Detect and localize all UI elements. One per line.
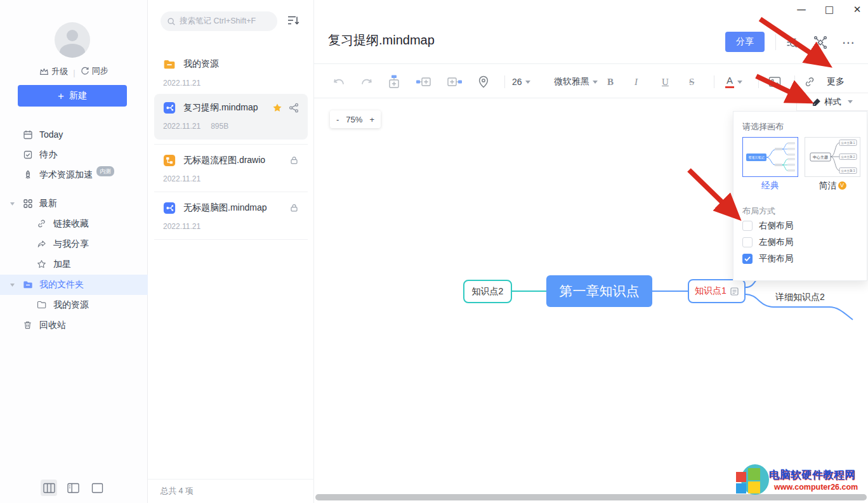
collapse-caret-icon[interactable] xyxy=(10,202,15,206)
file-row-untitled-mindmap[interactable]: 无标题脑图.mindmap 2022.11.21 xyxy=(154,194,308,240)
sidebar-item-my-resources[interactable]: 我的资源 xyxy=(0,295,148,315)
file-name: 我的资源 xyxy=(183,58,219,70)
checkbox-checked[interactable] xyxy=(742,254,753,264)
sidebar-item-label: 待办 xyxy=(39,149,57,160)
insert-node-right-button[interactable] xyxy=(445,73,463,91)
layout-option-left[interactable]: 左侧布局 xyxy=(742,237,793,248)
mindmap-node-detail2[interactable]: 详细知识点2 xyxy=(775,292,825,303)
sidebar-item-academic-boost[interactable]: 学术资源加速 内测 xyxy=(0,165,148,185)
locate-node-button[interactable] xyxy=(478,73,489,91)
sidebar-item-link-favorites[interactable]: 链接收藏 xyxy=(0,214,148,234)
style-button[interactable]: 样式 xyxy=(796,93,868,111)
canvas-option-classic-label[interactable]: 经典 xyxy=(742,180,798,192)
insert-image-button[interactable] xyxy=(768,73,781,91)
sort-icon[interactable] xyxy=(287,15,299,26)
sidebar-item-trash[interactable]: 回收站 xyxy=(0,315,148,336)
share-nodes-icon[interactable] xyxy=(289,103,299,113)
canvas-select-title: 请选择画布 xyxy=(742,121,784,133)
layout-option-balanced[interactable]: 平衡布局 xyxy=(742,253,793,265)
mindmap-view-icon[interactable] xyxy=(812,34,829,51)
sidebar-item-todo[interactable]: 待办 xyxy=(0,145,148,165)
find-in-document-icon[interactable] xyxy=(782,34,800,51)
checkbox-unchecked[interactable] xyxy=(742,221,753,231)
canvas-option-simple[interactable]: 中心主题 分支主题 1 分支主题 2 分支主题 3 xyxy=(805,137,860,177)
window-close-button[interactable]: ✕ xyxy=(844,0,868,19)
more-options-icon[interactable]: ⋯ xyxy=(839,34,857,51)
beta-badge: 内测 xyxy=(96,166,114,176)
star-icon xyxy=(37,259,47,270)
mindmap-node-label: 知识点1 xyxy=(695,285,727,297)
italic-button[interactable]: I xyxy=(635,73,638,91)
font-color-button[interactable]: A xyxy=(725,73,742,91)
checkbox-unchecked[interactable] xyxy=(742,237,753,247)
undo-button[interactable] xyxy=(332,73,346,91)
calendar-icon xyxy=(23,129,33,140)
share-arrow-icon xyxy=(37,239,47,249)
sidebar-item-label: 回收站 xyxy=(39,320,66,331)
folder-file-icon xyxy=(163,58,176,70)
file-count-footer: 总共 4 项 xyxy=(148,479,314,503)
mindmap-node-chapter1[interactable]: 第一章知识点 xyxy=(546,275,652,307)
sync-button[interactable]: 同步 xyxy=(81,65,109,77)
underline-button[interactable]: U xyxy=(662,73,669,91)
file-row-untitled-flowchart[interactable]: 无标题流程图.drawio 2022.11.21 xyxy=(154,147,308,192)
insert-child-node-button[interactable] xyxy=(387,73,401,91)
collapse-caret-icon[interactable] xyxy=(10,284,15,287)
list-divider xyxy=(154,192,308,192)
note-icon[interactable] xyxy=(730,287,739,296)
sidebar-item-today[interactable]: Today xyxy=(0,124,148,145)
insert-link-button[interactable] xyxy=(804,73,815,91)
file-row-my-resources[interactable]: 我的资源 2022.11.21 xyxy=(154,51,308,96)
file-row-review-outline[interactable]: 复习提纲.mindmap 2022.11.21 895B xyxy=(154,94,308,140)
lock-icon xyxy=(289,203,299,212)
sidebar-item-starred[interactable]: 加星 xyxy=(0,254,148,275)
file-date: 2022.11.21 xyxy=(163,122,201,131)
rocket-icon xyxy=(23,170,33,180)
search-icon xyxy=(167,17,176,26)
redo-button[interactable] xyxy=(360,73,374,91)
star-filled-icon[interactable] xyxy=(272,103,282,113)
bold-button[interactable]: B xyxy=(607,73,614,91)
canvas-option-classic[interactable]: 有道云笔记 xyxy=(742,137,798,177)
new-note-button[interactable]: + 新建 xyxy=(18,85,127,107)
zoom-out-button[interactable]: - xyxy=(336,115,339,124)
simple-thumb-center-label: 中心主题 xyxy=(813,155,828,160)
layout-option-label: 平衡布局 xyxy=(759,253,793,265)
mindmap-node-knowledge1[interactable]: 知识点1 xyxy=(688,279,746,303)
toolbar-divider xyxy=(794,75,795,88)
chevron-down-icon xyxy=(593,81,598,84)
upgrade-button[interactable]: 升级 xyxy=(39,66,68,77)
zoom-in-button[interactable]: + xyxy=(369,115,374,124)
header-divider xyxy=(775,34,776,50)
view-single-button[interactable] xyxy=(89,480,105,496)
window-minimize-button[interactable]: — xyxy=(788,0,815,19)
sidebar-item-label: 最新 xyxy=(39,198,57,209)
upgrade-label: 升级 xyxy=(51,66,68,77)
file-name: 复习提纲.mindmap xyxy=(183,102,258,114)
strikethrough-button[interactable]: S xyxy=(689,73,694,91)
style-popup-panel: 请选择画布 有道云笔记 中心主题 分支主题 xyxy=(733,111,867,281)
mindmap-node-knowledge2[interactable]: 知识点2 xyxy=(463,280,512,303)
avatar[interactable] xyxy=(55,22,90,58)
sidebar-item-my-folder[interactable]: 我的文件夹 xyxy=(0,275,148,295)
more-tools-button[interactable]: 更多 xyxy=(827,73,845,91)
toolbar-divider xyxy=(758,75,759,88)
watermark: 电脑软硬件教程网 www.computer26.com xyxy=(730,463,868,498)
sidebar-item-shared-with-me[interactable]: 与我分享 xyxy=(0,234,148,254)
mindmap-file-icon xyxy=(163,101,176,114)
insert-node-left-button[interactable] xyxy=(416,73,433,91)
canvas-option-simple-label[interactable]: 简洁V xyxy=(805,180,860,192)
font-family-select[interactable]: 微软雅黑 xyxy=(554,73,598,91)
window-maximize-button[interactable]: □ xyxy=(816,0,843,19)
view-two-column-button[interactable] xyxy=(65,480,81,496)
layout-option-right[interactable]: 右侧布局 xyxy=(742,220,793,232)
drawio-file-icon xyxy=(163,154,176,167)
font-size-select[interactable]: 26 xyxy=(512,73,530,91)
share-button[interactable]: 分享 xyxy=(725,32,765,52)
sidebar-item-label: 与我分享 xyxy=(53,238,89,250)
sidebar-item-latest[interactable]: 最新 xyxy=(0,193,148,214)
search-input[interactable]: 搜索笔记 Ctrl+Shift+F xyxy=(161,11,277,31)
view-three-column-button[interactable] xyxy=(41,480,57,496)
plus-icon: + xyxy=(58,91,64,101)
link-icon xyxy=(37,219,47,229)
